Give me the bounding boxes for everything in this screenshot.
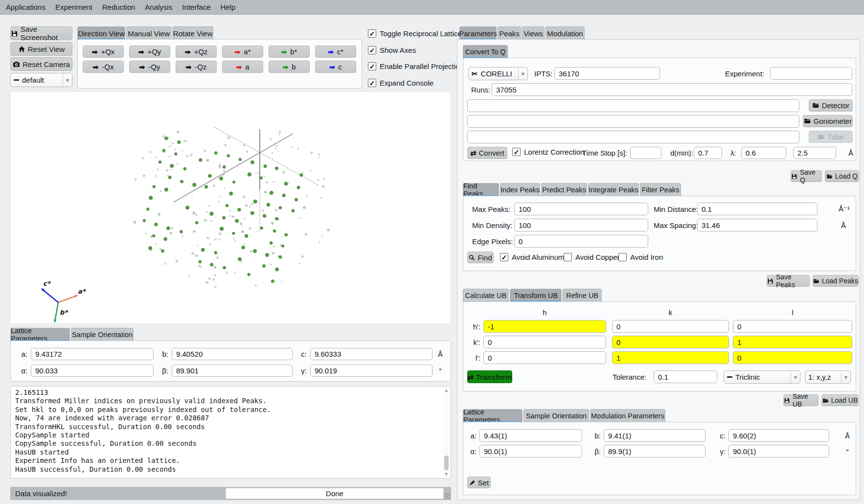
tab-transform-ub[interactable]: Transform UB bbox=[510, 289, 562, 302]
menu-interface[interactable]: Interface bbox=[177, 0, 215, 15]
ipts-field[interactable]: 36170 bbox=[554, 67, 660, 80]
tab-rotate-view[interactable]: Rotate View bbox=[172, 26, 213, 40]
goniometer-button[interactable]: Goniometer bbox=[803, 115, 853, 127]
dir-button-plus-qy[interactable]: +Qy bbox=[129, 46, 170, 58]
load-peaks-button[interactable]: Load Peaks bbox=[813, 275, 859, 287]
lambda-min-field[interactable]: 0.6 bbox=[741, 147, 786, 159]
checkbox[interactable] bbox=[564, 253, 572, 261]
dir-button-b[interactable]: b bbox=[269, 61, 310, 73]
avoid-copper-option[interactable]: Avoid Copper bbox=[564, 253, 620, 261]
save-ub-button[interactable]: Save UB bbox=[783, 394, 819, 406]
load-ub-button[interactable]: Load UB bbox=[821, 394, 859, 406]
option-toggle-reciprocal-lattice[interactable]: ✓Toggle Reciprocal Lattice bbox=[368, 29, 462, 38]
max-peaks-field[interactable]: 100 bbox=[514, 203, 648, 215]
b-field[interactable]: 9.40520 bbox=[172, 348, 293, 360]
gamma-field[interactable]: 90.019 bbox=[310, 365, 432, 377]
time-stop-field[interactable] bbox=[630, 147, 661, 159]
tab-parameters[interactable]: Parameters bbox=[459, 26, 497, 40]
checkbox[interactable]: ✓ bbox=[512, 148, 521, 156]
tab-peaks[interactable]: Peaks bbox=[498, 26, 521, 40]
scroll-down-icon[interactable]: ▼ bbox=[443, 472, 450, 477]
lattice-system-combobox[interactable]: Triclinic ▼ bbox=[724, 370, 800, 384]
alpha-field[interactable]: 90.033 bbox=[31, 365, 154, 377]
tab-manual-view[interactable]: Manual View bbox=[126, 26, 171, 40]
checkbox[interactable]: ✓ bbox=[368, 29, 376, 38]
checkbox[interactable]: ✓ bbox=[368, 62, 376, 70]
detector-button[interactable]: Detector bbox=[809, 99, 853, 112]
tab-convert-to-q[interactable]: Convert To Q bbox=[463, 45, 508, 58]
set-button[interactable]: Set bbox=[467, 477, 491, 488]
option-parallel-projection[interactable]: ✓Enable Parallel Projection bbox=[368, 62, 464, 70]
matrix-cell-h-h[interactable]: -1 bbox=[483, 320, 606, 333]
checkbox[interactable]: ✓ bbox=[368, 46, 376, 54]
dir-button-minus-qz[interactable]: -Qz bbox=[176, 61, 217, 73]
convert-button[interactable]: ⇄Convert bbox=[467, 147, 507, 159]
tolerance-field[interactable]: 0.1 bbox=[654, 370, 717, 383]
reset-view-button[interactable]: Reset View bbox=[10, 42, 72, 56]
avoid-aluminum-option[interactable]: ✓Avoid Aluminum bbox=[500, 253, 564, 261]
q-space-viewport[interactable]: a* b* c* bbox=[10, 92, 451, 324]
tab-filter-peaks[interactable]: Filter Peaks bbox=[640, 183, 681, 196]
dir-button-a[interactable]: a bbox=[222, 61, 263, 73]
dmin-field[interactable]: 0.7 bbox=[694, 147, 722, 159]
dir-button-minus-qy[interactable]: -Qy bbox=[129, 61, 170, 73]
checkbox[interactable]: ✓ bbox=[368, 79, 376, 87]
matrix-cell-k-k[interactable]: 0 bbox=[612, 336, 729, 348]
transform-button[interactable]: ⇄Transform bbox=[467, 370, 512, 383]
experiment-field[interactable] bbox=[770, 67, 852, 80]
c-refined-field[interactable]: 9.60(2) bbox=[728, 429, 829, 442]
tube-button[interactable]: Tube bbox=[809, 131, 853, 143]
save-screenshot-button[interactable]: Save Screenshot bbox=[10, 26, 72, 40]
matrix-cell-h-l[interactable]: 0 bbox=[733, 320, 852, 333]
tab-index-peaks[interactable]: Index Peaks bbox=[500, 183, 540, 196]
edge-pixels-field[interactable]: 0 bbox=[514, 235, 648, 248]
tab-predict-peaks[interactable]: Predict Peaks bbox=[541, 183, 587, 196]
tab-calculate-ub[interactable]: Calculate UB bbox=[463, 289, 509, 302]
checkbox[interactable]: ✓ bbox=[500, 253, 508, 261]
tab-sample-orientation-right[interactable]: Sample Orientation bbox=[523, 409, 589, 422]
matrix-cell-l-h[interactable]: 0 bbox=[483, 351, 606, 364]
dir-button-a-star[interactable]: a* bbox=[222, 46, 263, 58]
menu-applications[interactable]: Applications bbox=[1, 0, 50, 15]
beta-refined-field[interactable]: 89.9(1) bbox=[604, 445, 705, 458]
tab-views[interactable]: Views bbox=[522, 26, 545, 40]
dir-button-c-star[interactable]: c* bbox=[315, 46, 356, 58]
reset-camera-button[interactable]: Reset Camera bbox=[10, 57, 72, 71]
option-show-axes[interactable]: ✓Show Axes bbox=[368, 46, 416, 54]
dir-button-c[interactable]: c bbox=[315, 61, 356, 73]
symmetry-op-combobox[interactable]: 1: x,y,z ▼ bbox=[805, 370, 851, 384]
dir-button-plus-qz[interactable]: +Qz bbox=[176, 46, 217, 58]
detector-file-field[interactable] bbox=[467, 99, 799, 112]
dir-button-plus-qx[interactable]: +Qx bbox=[83, 46, 124, 58]
tab-modulation-parameters[interactable]: Modulation Parameters bbox=[590, 409, 665, 422]
tab-find-peaks[interactable]: Find Peaks bbox=[463, 183, 499, 196]
a-field[interactable]: 9.43172 bbox=[31, 348, 154, 360]
menu-experiment[interactable]: Experiment bbox=[50, 0, 97, 15]
matrix-cell-l-k[interactable]: 1 bbox=[612, 351, 729, 364]
resize-grip[interactable] bbox=[444, 493, 450, 499]
console-scrollbar[interactable]: ▲ ▼ bbox=[443, 388, 450, 477]
scroll-up-icon[interactable]: ▲ bbox=[443, 388, 450, 393]
a-refined-field[interactable]: 9.43(1) bbox=[479, 429, 582, 442]
tube-file-field[interactable] bbox=[467, 131, 799, 143]
tab-lattice-parameters-left[interactable]: Lattice Parameters bbox=[10, 328, 70, 341]
lorentz-correction-option[interactable]: ✓Lorentz Correction bbox=[512, 148, 584, 156]
beta-field[interactable]: 89.901 bbox=[172, 365, 293, 377]
runs-field[interactable]: 37055 bbox=[492, 83, 852, 96]
min-density-field[interactable]: 100 bbox=[514, 219, 648, 231]
load-q-button[interactable]: Load Q bbox=[825, 170, 859, 182]
save-peaks-button[interactable]: Save Peaks bbox=[767, 275, 810, 287]
goniometer-file-field[interactable] bbox=[467, 115, 799, 128]
scrollbar-thumb[interactable] bbox=[444, 456, 449, 470]
b-refined-field[interactable]: 9.41(1) bbox=[604, 429, 705, 442]
menu-reduction[interactable]: Reduction bbox=[97, 0, 140, 15]
tab-lattice-parameters-right[interactable]: Lattice Parameters bbox=[463, 409, 523, 422]
menu-help[interactable]: Help bbox=[216, 0, 241, 15]
tab-sample-orientation-left[interactable]: Sample Orientation bbox=[71, 328, 134, 341]
matrix-cell-k-l[interactable]: 1 bbox=[733, 336, 852, 348]
matrix-cell-k-h[interactable]: 0 bbox=[483, 336, 606, 348]
tab-modulation[interactable]: Modulation bbox=[546, 26, 585, 40]
dir-button-minus-qx[interactable]: -Qx bbox=[83, 61, 124, 73]
c-field[interactable]: 9.60333 bbox=[310, 348, 432, 360]
option-expand-console[interactable]: ✓Expand Console bbox=[368, 79, 433, 87]
